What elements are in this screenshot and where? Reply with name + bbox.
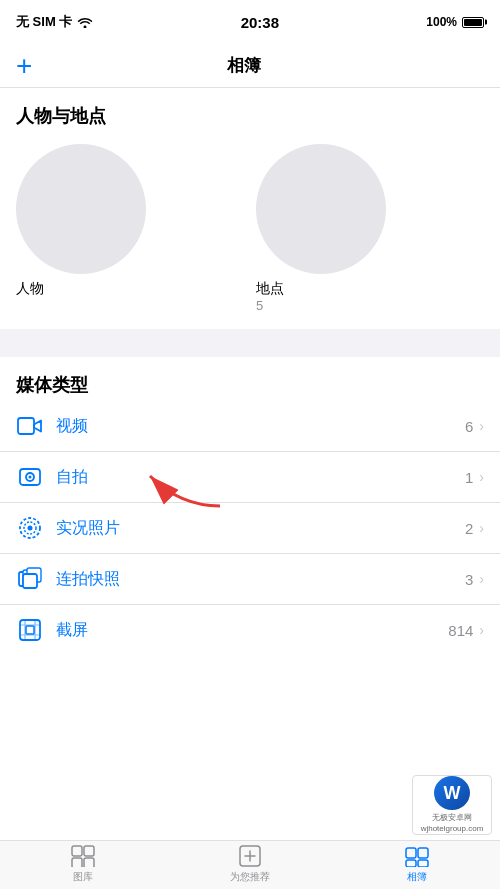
burst-icon [16, 565, 44, 593]
tab-recommended[interactable]: 为您推荐 [167, 844, 334, 886]
wifi-icon [77, 14, 93, 31]
media-item-video[interactable]: 视频 6 › [0, 401, 500, 452]
media-list: 视频 6 › 自拍 1 › [0, 401, 500, 655]
live-label: 实况照片 [56, 518, 465, 539]
media-item-screenshot[interactable]: 截屏 814 › [0, 605, 500, 655]
svg-rect-15 [84, 846, 94, 856]
svg-point-6 [28, 526, 33, 531]
watermark-text: 无极安卓网wjhotelgroup.com [421, 813, 484, 834]
live-count: 2 [465, 520, 473, 537]
places-label: 地点 [256, 280, 284, 298]
albums-tab-label: 相簿 [407, 870, 427, 884]
people-label: 人物 [16, 280, 44, 298]
people-places-section-header: 人物与地点 [0, 88, 500, 136]
places-count: 5 [256, 298, 263, 313]
selfie-count: 1 [465, 469, 473, 486]
video-icon [16, 412, 44, 440]
svg-rect-14 [72, 846, 82, 856]
people-avatar [16, 144, 146, 274]
status-carrier: 无 SIM 卡 [16, 13, 93, 31]
svg-rect-16 [72, 858, 82, 867]
screenshot-label: 截屏 [56, 620, 448, 641]
watermark-logo: W [434, 776, 470, 810]
svg-point-3 [29, 476, 32, 479]
screenshot-icon [16, 616, 44, 644]
tab-bar: 图库 为您推荐 相簿 [0, 840, 500, 889]
screenshot-chevron: › [479, 622, 484, 638]
albums-icon [405, 844, 429, 868]
recommended-icon [238, 844, 262, 868]
watermark: W 无极安卓网wjhotelgroup.com [412, 775, 492, 835]
media-item-live[interactable]: 实况照片 2 › [0, 503, 500, 554]
selfie-chevron: › [479, 469, 484, 485]
people-places-grid: 人物 地点 5 [0, 136, 500, 329]
live-chevron: › [479, 520, 484, 536]
nav-title: 相簿 [227, 54, 261, 77]
live-icon [16, 514, 44, 542]
tab-gallery[interactable]: 图库 [0, 844, 167, 886]
svg-rect-17 [84, 858, 94, 867]
burst-count: 3 [465, 571, 473, 588]
recommended-tab-label: 为您推荐 [230, 870, 270, 884]
gallery-tab-label: 图库 [73, 870, 93, 884]
svg-rect-0 [18, 418, 34, 434]
burst-label: 连拍快照 [56, 569, 465, 590]
carrier-text: 无 SIM 卡 [16, 13, 72, 31]
section-gap [0, 329, 500, 357]
add-button[interactable]: + [16, 52, 32, 80]
svg-rect-20 [418, 848, 428, 858]
main-content: 人物与地点 人物 地点 5 媒体类型 视频 6 › [0, 88, 500, 840]
battery-percent: 100% [426, 15, 457, 29]
status-bar: 无 SIM 卡 20:38 100% [0, 0, 500, 44]
status-time: 20:38 [241, 14, 279, 31]
gallery-icon [71, 844, 95, 868]
burst-chevron: › [479, 571, 484, 587]
screenshot-count: 814 [448, 622, 473, 639]
video-count: 6 [465, 418, 473, 435]
svg-rect-21 [406, 860, 416, 867]
svg-rect-19 [406, 848, 416, 858]
svg-rect-12 [26, 626, 34, 634]
selfie-icon [16, 463, 44, 491]
video-chevron: › [479, 418, 484, 434]
media-item-selfie[interactable]: 自拍 1 › [0, 452, 500, 503]
media-item-burst[interactable]: 连拍快照 3 › [0, 554, 500, 605]
status-right: 100% [426, 15, 484, 29]
people-grid-item[interactable]: 人物 [16, 144, 244, 313]
video-label: 视频 [56, 416, 465, 437]
svg-rect-22 [418, 860, 428, 867]
selfie-label: 自拍 [56, 467, 465, 488]
nav-bar: + 相簿 [0, 44, 500, 88]
svg-rect-11 [20, 620, 40, 640]
tab-albums[interactable]: 相簿 [333, 844, 500, 886]
media-section-header: 媒体类型 [0, 357, 500, 401]
svg-rect-10 [23, 574, 37, 588]
places-avatar [256, 144, 386, 274]
battery-icon [462, 17, 484, 28]
places-grid-item[interactable]: 地点 5 [256, 144, 484, 313]
